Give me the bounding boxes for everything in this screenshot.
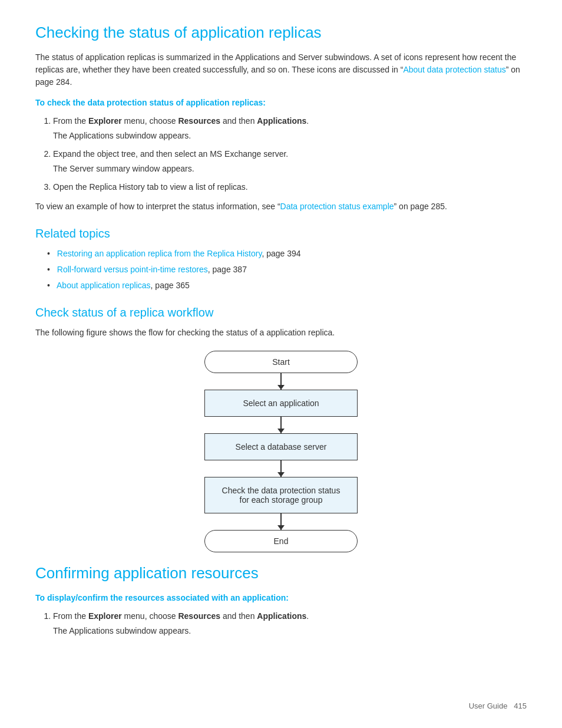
confirming-step-1: From the Explorer menu, choose Resources… bbox=[53, 610, 527, 637]
step-1: From the Explorer menu, choose Resources… bbox=[53, 115, 527, 142]
step-3: Open the Replica History tab to view a l… bbox=[53, 181, 527, 193]
flow-arrow-1 bbox=[280, 373, 282, 390]
flow-arrow-2 bbox=[280, 417, 282, 433]
footer-label: User Guide bbox=[469, 701, 508, 710]
steps-list: From the Explorer menu, choose Resources… bbox=[53, 115, 527, 193]
data-protection-status-example-link[interactable]: Data protection status example bbox=[280, 202, 394, 211]
flow-node-select-app: Select an application bbox=[204, 390, 358, 417]
flow-node-end: End bbox=[204, 530, 358, 552]
related-topic-3: About application replicas, page 365 bbox=[47, 279, 527, 292]
confirming-steps-list: From the Explorer menu, choose Resources… bbox=[53, 610, 527, 637]
workflow-title: Check status of a replica workflow bbox=[35, 306, 527, 319]
related-topic-2: Roll-forward versus point-in-time restor… bbox=[47, 263, 527, 276]
procedure-title: To check the data protection status of a… bbox=[35, 97, 527, 109]
workflow-intro: The following figure shows the flow for … bbox=[35, 327, 527, 339]
intro-paragraph: The status of application replicas is su… bbox=[35, 51, 527, 88]
conf-step1-bold3: Applications bbox=[257, 611, 306, 621]
confirming-title: Confirming application resources bbox=[35, 564, 527, 582]
step-2: Expand the object tree, and then select … bbox=[53, 148, 527, 175]
conf-step1-bold1: Explorer bbox=[88, 611, 122, 621]
flow-arrow-4 bbox=[280, 513, 282, 530]
step1-sub: The Applications subwindow appears. bbox=[53, 130, 527, 142]
page-title: Checking the status of application repli… bbox=[35, 24, 527, 42]
about-data-protection-link[interactable]: About data protection status bbox=[403, 65, 505, 74]
related-topics-list: Restoring an application replica from th… bbox=[47, 248, 527, 292]
related-link-2[interactable]: Roll-forward versus point-in-time restor… bbox=[57, 265, 208, 274]
footer-page: 415 bbox=[514, 701, 527, 710]
confirming-procedure-title: To display/confirm the resources associa… bbox=[35, 592, 527, 604]
workflow-diagram: Start Select an application Select a dat… bbox=[181, 351, 381, 552]
related-topic-1: Restoring an application replica from th… bbox=[47, 248, 527, 260]
footer: User Guide 415 bbox=[469, 701, 527, 710]
related-link-3[interactable]: About application replicas bbox=[57, 281, 151, 290]
step2-sub: The Server summary window appears. bbox=[53, 163, 527, 175]
flow-node-check-status: Check the data protection status for eac… bbox=[204, 477, 358, 513]
flow-node-start: Start bbox=[204, 351, 358, 373]
conf-step1-sub: The Applications subwindow appears. bbox=[53, 625, 527, 637]
step1-bold3: Applications bbox=[257, 116, 306, 126]
conf-step1-bold2: Resources bbox=[178, 611, 220, 621]
view-example-paragraph: To view an example of how to interpret t… bbox=[35, 200, 527, 213]
related-topics-title: Related topics bbox=[35, 227, 527, 241]
flow-arrow-3 bbox=[280, 460, 282, 477]
flow-node-select-db: Select a database server bbox=[204, 433, 358, 460]
step1-bold1: Explorer bbox=[88, 116, 122, 126]
step1-bold2: Resources bbox=[178, 116, 220, 126]
related-link-1[interactable]: Restoring an application replica from th… bbox=[57, 249, 262, 258]
